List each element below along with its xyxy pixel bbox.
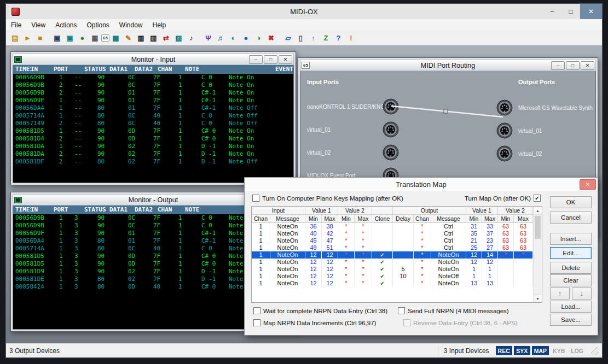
ok-button[interactable]: OK xyxy=(550,196,592,208)
help-icon[interactable]: ? xyxy=(332,32,345,44)
translation-map-icon[interactable]: ♬ xyxy=(215,32,227,44)
close-button[interactable]: ✕ xyxy=(580,4,602,19)
minimize-button[interactable]: – xyxy=(543,4,561,19)
open-midi-file-icon[interactable]: ▤ xyxy=(9,32,21,44)
move-up-button[interactable]: ↑ xyxy=(550,287,570,300)
status-indicator-log[interactable]: LOG xyxy=(569,346,586,355)
load-button[interactable]: Load... xyxy=(550,301,592,313)
midi-connector-icon[interactable] xyxy=(496,122,513,139)
title-bar[interactable]: MIDI-OX – □ ✕ xyxy=(6,4,602,19)
panic-icon[interactable]: ✖ xyxy=(265,32,277,44)
save-button[interactable]: Save... xyxy=(550,314,592,326)
wait-nrpn-checkbox[interactable]: Wait for complete NRPN Data Entry (Ctrl … xyxy=(253,307,387,314)
maximize-button[interactable]: □ xyxy=(566,61,580,70)
status-indicator-kyb[interactable]: KYB xyxy=(551,346,567,355)
edit-patch-icon[interactable]: ✎ xyxy=(122,32,135,44)
stop-midi-file-icon[interactable]: ■ xyxy=(34,32,47,44)
monitor-input-icon[interactable]: ▣ xyxy=(51,32,63,44)
midi-connector-icon[interactable] xyxy=(496,145,513,162)
piano-keys-mapping-checkbox[interactable]: Turn On Computer Piano Keys Mapping (aft… xyxy=(252,195,403,202)
translation-map-row[interactable]: 1 NoteOn 12 12 * * ✔ 5 * NoteOn 1 xyxy=(252,266,533,273)
close-button[interactable]: ✕ xyxy=(581,61,594,70)
column-header: PORT xyxy=(54,65,84,74)
instrument-panel-icon[interactable]: ♪ xyxy=(185,32,198,44)
toolbar-separator[interactable] xyxy=(277,32,282,44)
cell-clone xyxy=(372,230,393,237)
clear-button[interactable]: Clear xyxy=(550,274,592,286)
buffer-gauge-icon[interactable]: ▯ xyxy=(294,32,307,44)
menu-actions[interactable]: Actions xyxy=(50,19,82,31)
cell-value2-min: * xyxy=(338,266,355,273)
menu-help[interactable]: Help xyxy=(148,19,171,31)
play-midi-file-icon[interactable]: ► xyxy=(21,32,34,44)
column-header: Min xyxy=(305,215,322,223)
event-summary-icon[interactable]: ▦ xyxy=(89,32,101,44)
checkbox-box[interactable] xyxy=(253,319,260,326)
scrollbar-thumb[interactable] xyxy=(535,216,541,239)
program-table-icon[interactable]: ▩ xyxy=(109,32,122,44)
close-button[interactable]: ✕ xyxy=(580,179,596,190)
move-down-button[interactable]: ↓ xyxy=(572,287,592,300)
menu-window[interactable]: Window xyxy=(114,19,148,31)
minimize-button[interactable]: – xyxy=(249,55,263,64)
port-routing-icon[interactable]: Ψ xyxy=(202,32,215,44)
snooze-icon[interactable]: Z xyxy=(320,32,332,44)
keyboard-output-icon[interactable]: ▥ xyxy=(147,32,160,44)
menu-file[interactable]: File xyxy=(6,19,26,31)
cell-out-chan: * xyxy=(414,273,431,280)
cell-chan: 1 xyxy=(252,280,270,287)
map-nrpn-increments-checkbox[interactable]: Map NRPN Data Increments (Ctrl 96,97) xyxy=(253,319,376,326)
translation-map-row[interactable]: 1 NoteOn 36 38 * * * Ctrl 31 xyxy=(252,223,533,230)
resize-grip[interactable] xyxy=(591,347,599,355)
gs-65-icon[interactable]: 65 xyxy=(101,34,109,42)
toolbar-separator[interactable] xyxy=(198,32,202,44)
cell-out-message: Ctrl xyxy=(431,230,466,237)
options-icon[interactable]: ● xyxy=(240,32,252,44)
maximize-button[interactable]: □ xyxy=(561,4,580,19)
scroll-down-arrow[interactable]: ▼ xyxy=(534,294,542,302)
status-indicator-rec[interactable]: REC xyxy=(496,346,512,355)
pause-display-icon[interactable]: ● xyxy=(76,32,89,44)
turn-map-on-checkbox[interactable]: Turn Map On (after OK) ✔ xyxy=(465,195,541,202)
maximize-button[interactable]: □ xyxy=(264,55,277,64)
cascade-windows-icon[interactable]: ▱ xyxy=(282,32,294,44)
cancel-button[interactable]: Cancel xyxy=(550,212,592,224)
close-button[interactable]: ✕ xyxy=(279,55,292,64)
about-icon[interactable]: ! xyxy=(345,32,357,44)
world-status-icon[interactable]: ◑ xyxy=(252,32,265,44)
scroll-up-arrow[interactable]: ▲ xyxy=(534,207,542,215)
translation-map-row[interactable]: 1 NoteOn 12 12 * * ✔ * NoteOn 13 xyxy=(252,280,533,287)
menu-options[interactable]: Options xyxy=(82,19,114,31)
midi-clock-icon[interactable]: ◐ xyxy=(227,32,240,44)
sysex-view-icon[interactable]: ▨ xyxy=(172,32,185,44)
insert-button[interactable]: Insert... xyxy=(550,233,592,245)
checkbox-box[interactable] xyxy=(252,195,259,202)
checkbox-box[interactable] xyxy=(253,307,260,314)
cell-in: 1 xyxy=(59,222,74,230)
translation-map-row[interactable]: 1 NoteOn 12 12 * * ✔ * NoteOn 12 xyxy=(252,259,533,266)
midi-connector-icon[interactable] xyxy=(496,99,513,116)
translation-map-row[interactable]: 1 NoteOn 45 47 * * * Ctrl 21 xyxy=(252,237,533,244)
table-scrollbar[interactable]: ▲ ▼ xyxy=(533,207,542,302)
edit-button[interactable]: Edit... xyxy=(550,247,592,259)
upload-icon[interactable]: ↑ xyxy=(307,32,320,44)
translation-map-row[interactable]: 1 NoteOn 40 42 * * * Ctrl 35 xyxy=(252,230,533,237)
checkbox-box[interactable] xyxy=(398,307,405,314)
toolbar-separator[interactable] xyxy=(47,32,51,44)
midi-thru-icon[interactable]: ⇄ xyxy=(160,32,172,44)
minimize-button[interactable]: – xyxy=(551,61,565,70)
delete-button[interactable]: Delete xyxy=(550,262,592,274)
checkbox-box[interactable]: ✔ xyxy=(534,195,541,202)
monitor-input-titlebar[interactable]: Monitor - Input – □ ✕ xyxy=(13,54,294,65)
translation-map-row[interactable]: 1 NoteOn 12 12 * * ✔ 10 * NoteOff 1 xyxy=(252,273,533,280)
menu-view[interactable]: View xyxy=(26,19,50,31)
status-indicator-map[interactable]: MAP xyxy=(532,346,549,355)
monitor-output-icon[interactable]: ▣ xyxy=(63,32,76,44)
translation-map-row[interactable]: 1 NoteOn 12 12 * * ✔ * NoteOn 12 xyxy=(252,251,533,259)
status-indicator-syx[interactable]: SYX xyxy=(514,346,530,355)
send-full-nrpn-checkbox[interactable]: Send Full NRPN (4 MIDI messages) xyxy=(398,307,509,314)
translation-map-row[interactable]: 1 NoteOn 49 51 * * * Ctrl 25 xyxy=(252,244,533,251)
keyboard-input-icon[interactable]: ▥ xyxy=(135,32,147,44)
port-routing-titlebar[interactable]: 65 MIDI Port Routing – □ ✕ xyxy=(300,60,596,71)
translation-map-titlebar[interactable]: Translation Map ✕ xyxy=(245,178,598,191)
